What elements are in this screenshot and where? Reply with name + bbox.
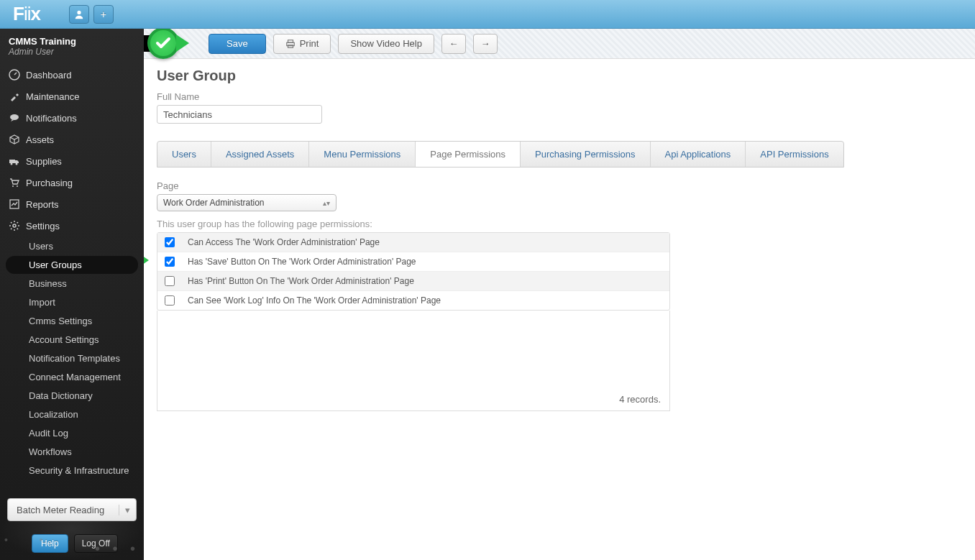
topbar-add-button[interactable]: + — [93, 5, 114, 24]
logo: Fiix — [13, 3, 40, 25]
topbar-user-button[interactable] — [69, 5, 89, 24]
svg-point-0 — [77, 10, 81, 14]
topbar: Fiix + — [0, 0, 975, 29]
